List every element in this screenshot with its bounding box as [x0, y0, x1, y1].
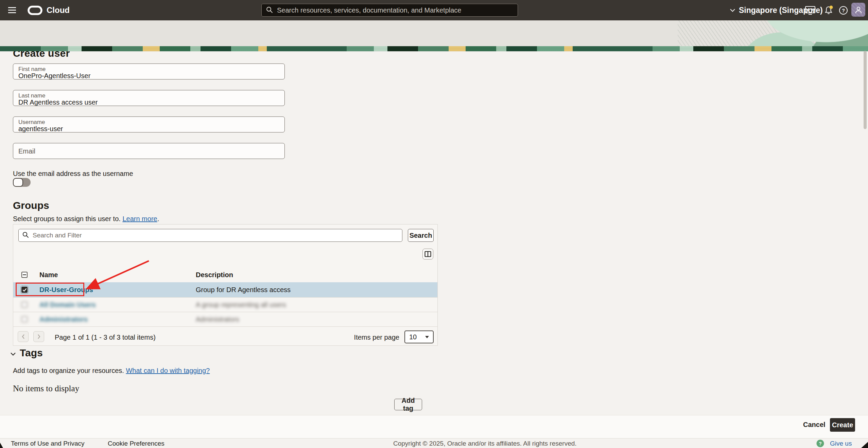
pagination-next-button[interactable]: [33, 331, 44, 342]
footer: Terms of Use and Privacy Cookie Preferen…: [0, 438, 868, 448]
chevron-right-icon: [37, 334, 41, 339]
search-button[interactable]: Search: [408, 229, 434, 242]
profile-avatar[interactable]: [851, 3, 865, 17]
first-name-label: First name: [18, 66, 46, 73]
table-header-row: Name Description: [13, 268, 437, 282]
items-per-page-select[interactable]: 10: [404, 330, 434, 343]
group-description-redacted: Administrators: [196, 316, 239, 323]
first-name-value: OnePro-Agentless-User: [18, 72, 90, 80]
group-description: Group for DR Agentless access: [196, 286, 291, 294]
groups-filter-input[interactable]: [32, 231, 399, 239]
tags-collapse-chevron-icon[interactable]: [11, 351, 16, 357]
create-button[interactable]: Create: [830, 418, 855, 432]
search-icon: [22, 231, 29, 239]
person-icon: [854, 5, 863, 14]
groups-subtitle-text: Select groups to assign this user to.: [13, 215, 122, 222]
toggle-knob: [13, 178, 23, 187]
username-value: agentless-user: [18, 125, 63, 133]
first-name-field[interactable]: First name OnePro-Agentless-User: [13, 64, 285, 79]
group-name-link-redacted[interactable]: Administrators: [39, 316, 88, 323]
table-row[interactable]: Administrators Administrators: [13, 312, 437, 327]
header-decoration: [678, 20, 868, 46]
row-checkbox[interactable]: [21, 316, 28, 322]
top-navigation-bar: Cloud Singapore (Singapore) ?: [0, 0, 868, 20]
last-name-field[interactable]: Last name DR Agentless access user: [13, 90, 285, 106]
pagination-status: Page 1 of 1 (1 - 3 of 3 total items): [55, 334, 156, 341]
terms-link[interactable]: Terms of Use and Privacy: [11, 440, 84, 447]
tags-description: Add tags to organize your resources. Wha…: [13, 367, 210, 375]
global-search-input[interactable]: [276, 6, 514, 15]
svg-text:?: ?: [819, 441, 822, 446]
search-icon: [266, 6, 273, 15]
pagination-previous-button[interactable]: [18, 331, 29, 342]
row-checkbox[interactable]: [21, 302, 28, 308]
tags-heading: Tags: [20, 347, 43, 359]
table-row[interactable]: All Domain Users A group representing al…: [13, 297, 437, 312]
columns-icon: [424, 251, 431, 257]
decorative-banner: [0, 46, 868, 51]
hamburger-menu-icon[interactable]: [8, 7, 16, 13]
items-per-page-label: Items per page: [354, 334, 399, 341]
tags-description-text: Add tags to organize your resources.: [13, 367, 126, 374]
help-icon[interactable]: ?: [839, 6, 848, 15]
items-per-page-value: 10: [409, 333, 417, 341]
email-label: Email: [18, 147, 35, 155]
groups-subtitle: Select groups to assign this user to. Le…: [13, 215, 159, 223]
cookie-preferences-link[interactable]: Cookie Preferences: [108, 440, 164, 447]
username-field[interactable]: Username agentless-user: [13, 117, 285, 132]
action-bar: Cancel Create: [0, 415, 868, 438]
chevron-left-icon: [21, 334, 25, 339]
feedback-help-icon[interactable]: ?: [816, 440, 824, 448]
notifications-bell-icon[interactable]: [824, 5, 834, 15]
manage-columns-button[interactable]: [422, 249, 433, 259]
brand-label: Cloud: [47, 5, 70, 15]
scrollbar-thumb[interactable]: [864, 51, 867, 129]
groups-subtitle-period: .: [157, 215, 159, 222]
page-header: Create user: [0, 20, 868, 46]
copyright-text: Copyright © 2025, Oracle and/or its affi…: [393, 440, 577, 447]
oci-console-create-user-page: Cloud Singapore (Singapore) ?: [0, 0, 868, 448]
last-name-value: DR Agentless access user: [18, 98, 98, 106]
developer-console-icon[interactable]: [805, 6, 816, 15]
svg-text:?: ?: [842, 7, 845, 13]
add-tag-button[interactable]: Add tag: [394, 399, 422, 410]
feedback-link[interactable]: Give us feedback: [830, 440, 868, 448]
region-chevron-down-icon[interactable]: [730, 9, 735, 12]
annotation-arrow: [84, 257, 155, 292]
select-all-checkbox[interactable]: [21, 272, 28, 278]
group-description-redacted: A group representing all users: [196, 301, 286, 309]
use-email-toggle-label: Use the email address as the username: [13, 170, 133, 178]
annotation-highlight-box: [16, 283, 84, 296]
username-label: Username: [18, 119, 45, 126]
learn-more-link[interactable]: Learn more: [122, 215, 157, 222]
oracle-logo-icon[interactable]: [28, 5, 42, 15]
caret-down-icon: [425, 336, 429, 338]
tagging-help-link[interactable]: What can I do with tagging?: [126, 367, 210, 374]
cancel-button[interactable]: Cancel: [803, 421, 826, 429]
notification-badge: [830, 6, 833, 9]
global-search-box[interactable]: [261, 4, 518, 17]
email-field[interactable]: Email: [13, 143, 285, 159]
indeterminate-mark: [23, 274, 26, 275]
column-header-name[interactable]: Name: [39, 271, 58, 279]
groups-filter-box[interactable]: [18, 229, 402, 242]
column-header-description[interactable]: Description: [196, 271, 233, 279]
tags-empty-message: No items to display: [13, 384, 79, 393]
group-name-link-redacted[interactable]: All Domain Users: [39, 301, 96, 309]
last-name-label: Last name: [18, 92, 45, 99]
groups-heading: Groups: [13, 200, 49, 211]
use-email-toggle[interactable]: [13, 178, 31, 187]
